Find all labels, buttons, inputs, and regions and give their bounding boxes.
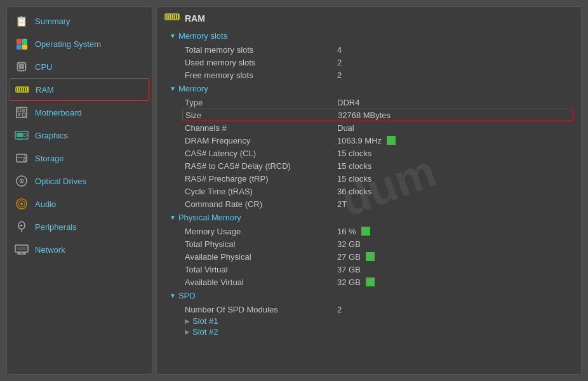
total-slots-label: Total memory slots (185, 45, 337, 55)
spd-modules-value: 2 (337, 305, 342, 314)
sidebar-label-ram: RAM (36, 85, 54, 95)
sidebar-item-peripherals[interactable]: Peripherals (7, 215, 152, 238)
memory-section: ▼ Memory Type DDR4 Size 32768 MBytes Cha… (170, 84, 573, 210)
slot2-arrow: ▶ (185, 328, 190, 335)
memory-slots-section: ▼ Memory slots Total memory slots 4 Used… (170, 31, 573, 81)
size-value: 32768 MBytes (338, 110, 391, 120)
table-row: Available Virtual 32 GB (185, 276, 573, 288)
svg-rect-61 (176, 15, 177, 19)
table-row: Total Virtual 37 GB (185, 263, 573, 276)
total-virt-value: 37 GB (337, 265, 361, 274)
spd-slot2[interactable]: ▶ Slot #2 (185, 326, 573, 337)
content-title: RAM (185, 13, 205, 23)
graphics-icon (15, 128, 29, 142)
spd-section: ▼ SPD Number Of SPD Modules 2 ▶ Slot #1 … (170, 291, 573, 337)
sidebar: 📋 Summary Operating System (6, 6, 152, 375)
sidebar-label-storage: Storage (35, 154, 64, 163)
physical-memory-arrow: ▼ (170, 214, 176, 221)
sidebar-item-graphics[interactable]: Graphics (7, 124, 152, 147)
memory-arrow: ▼ (170, 85, 176, 92)
sidebar-label-summary: Summary (35, 17, 70, 26)
sidebar-label-peripherals: Peripherals (35, 222, 77, 232)
svg-point-38 (23, 159, 26, 161)
svg-point-49 (21, 225, 23, 227)
size-row: Size 32768 MBytes (182, 109, 573, 121)
physical-memory-label: Physical Memory (178, 213, 241, 222)
ras-pre-label: RAS# Precharge (tRP) (185, 174, 337, 184)
main-container: 📋 Summary Operating System (0, 0, 588, 381)
sidebar-label-motherboard: Motherboard (35, 108, 82, 117)
spd-arrow: ▼ (170, 292, 176, 299)
svg-rect-3 (22, 44, 27, 50)
sidebar-item-os[interactable]: Operating System (7, 32, 152, 55)
svg-rect-62 (178, 15, 179, 19)
svg-rect-60 (174, 15, 175, 19)
total-virt-label: Total Virtual (185, 265, 337, 274)
svg-rect-22 (23, 88, 24, 91)
optical-icon (15, 174, 29, 188)
sidebar-item-summary[interactable]: 📋 Summary (7, 10, 152, 32)
ras-cas-value: 15 clocks (337, 161, 371, 171)
memory-rows: Type DDR4 Size 32768 MBytes Channels # D… (185, 96, 573, 210)
table-row: RAS# to CAS# Delay (tRCD) 15 clocks (185, 159, 573, 172)
physical-memory-rows: Memory Usage 16 % Total Physical 32 GB A… (185, 225, 573, 288)
table-row: Memory Usage 16 % (185, 225, 573, 237)
avail-virt-value: 32 GB (337, 277, 361, 287)
svg-point-32 (23, 134, 27, 137)
channels-value: Dual (337, 123, 354, 133)
spd-header: ▼ SPD (170, 291, 573, 300)
spd-slot1[interactable]: ▶ Slot #1 (185, 316, 573, 326)
memory-slots-header: ▼ Memory slots (170, 31, 573, 41)
memory-slots-arrow: ▼ (170, 32, 176, 39)
cycle-label: Cycle Time (tRAS) (185, 187, 337, 196)
sidebar-item-optical[interactable]: Optical Drives (7, 170, 152, 192)
cmd-rate-label: Command Rate (CR) (185, 199, 337, 209)
memory-label: Memory (178, 84, 208, 93)
ram-header-icon (164, 12, 180, 25)
spd-rows: Number Of SPD Modules 2 (185, 303, 573, 316)
table-row: CAS# Latency (CL) 15 clocks (185, 147, 573, 159)
table-row: Command Rate (CR) 2T (185, 197, 573, 210)
svg-rect-23 (25, 88, 26, 91)
used-slots-value: 2 (337, 58, 342, 67)
motherboard-icon (15, 105, 29, 119)
svg-rect-51 (17, 247, 26, 250)
mem-usage-label: Memory Usage (185, 227, 337, 236)
sidebar-item-storage[interactable]: Storage (7, 147, 152, 170)
table-row: RAS# Precharge (tRP) 15 clocks (185, 172, 573, 185)
cas-label: CAS# Latency (CL) (185, 149, 337, 158)
svg-point-41 (21, 180, 22, 182)
sidebar-label-cpu: CPU (35, 62, 52, 72)
svg-rect-31 (17, 133, 23, 137)
ram-header: RAM (164, 12, 573, 25)
sidebar-label-graphics: Graphics (35, 131, 68, 140)
spd-label: SPD (178, 291, 196, 300)
table-row: Cycle Time (tRAS) 36 clocks (185, 185, 573, 197)
table-row: DRAM Frequency 1063.9 MHz (185, 134, 573, 147)
type-label: Type (185, 98, 337, 107)
sidebar-item-ram[interactable]: RAM (10, 78, 149, 101)
sidebar-item-cpu[interactable]: CPU (7, 55, 152, 78)
sidebar-label-audio: Audio (35, 199, 56, 209)
memory-slots-rows: Total memory slots 4 Used memory slots 2… (185, 43, 573, 81)
svg-rect-20 (19, 88, 20, 91)
total-slots-value: 4 (337, 45, 342, 55)
table-row: Total memory slots 4 (185, 43, 573, 56)
sidebar-item-audio[interactable]: Audio (7, 192, 152, 215)
sidebar-label-os: Operating System (35, 39, 101, 49)
audio-icon (15, 197, 29, 211)
sidebar-item-network[interactable]: Network (7, 238, 152, 261)
summary-icon: 📋 (15, 14, 29, 28)
os-icon (15, 37, 29, 51)
table-row: Available Physical 27 GB (185, 250, 573, 263)
cmd-rate-value: 2T (337, 199, 347, 209)
physical-memory-header: ▼ Physical Memory (170, 213, 573, 222)
network-icon (15, 243, 29, 257)
memory-slots-label: Memory slots (178, 31, 227, 41)
avail-phys-value: 27 GB (337, 252, 361, 262)
sidebar-item-motherboard[interactable]: Motherboard (7, 101, 152, 124)
svg-point-44 (20, 203, 23, 205)
free-slots-label: Free memory slots (185, 70, 337, 80)
table-row: Total Physical 32 GB (185, 237, 573, 250)
ram-icon (15, 83, 29, 97)
